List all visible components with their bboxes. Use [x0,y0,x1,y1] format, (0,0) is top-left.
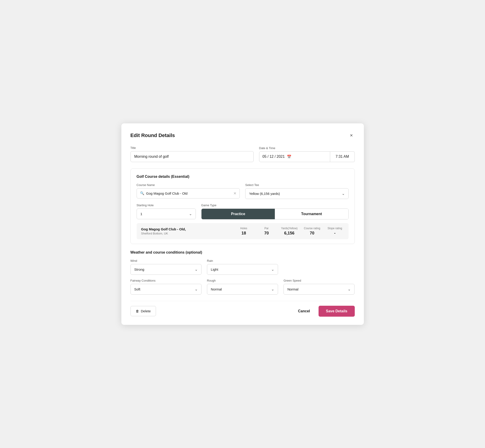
top-row: Title Date & Time 05 / 12 / 2021 📅 7:31 … [130,146,355,162]
starting-hole-value: 1 [140,212,142,216]
wind-rain-row: Wind Strong ⌄ Rain Light ⌄ [130,259,355,275]
starting-hole-label: Starting Hole [137,203,196,207]
wind-label: Wind [130,259,202,263]
weather-section: Weather and course conditions (optional)… [130,250,355,295]
golf-course-section: Golf Course details (Essential) Course N… [130,168,355,244]
yards-label: Yards(Yellow) [281,227,298,230]
search-icon: 🔍 [140,191,144,195]
select-tee-label: Select Tee [245,183,349,187]
course-rating-stat: Course rating 70 [303,227,321,236]
rough-field-group: Rough Normal ⌄ [207,279,278,295]
select-tee-dropdown[interactable]: Yellow (6,156 yards) ⌄ [245,188,349,199]
wind-value: Strong [134,267,144,271]
clear-icon[interactable]: ✕ [233,191,236,196]
course-par-stat: Par 70 [258,227,276,236]
slope-rating-value: - [334,231,336,236]
fairway-label: Fairway Conditions [130,279,202,282]
footer-right: Cancel Save Details [294,306,355,317]
title-input[interactable] [130,151,254,162]
delete-label: Delete [141,309,151,313]
par-label: Par [264,227,269,230]
spacer [283,259,355,275]
fairway-value: Soft [134,287,140,291]
rain-field-group: Rain Light ⌄ [207,259,278,275]
datetime-label: Date & Time [259,146,355,150]
edit-round-modal: Edit Round Details × Title Date & Time 0… [121,123,364,325]
green-speed-field-group: Green Speed Normal ⌄ [283,279,355,295]
conditions-row: Fairway Conditions Soft ⌄ Rough Normal ⌄… [130,279,355,295]
course-info-location: Shelford Bottom, UK [141,232,230,235]
chevron-down-icon: ⌄ [189,212,192,216]
slope-rating-label: Slope rating [327,227,342,230]
title-label: Title [130,146,254,150]
weather-section-title: Weather and course conditions (optional) [130,250,355,255]
green-speed-label: Green Speed [283,279,355,282]
calendar-icon: 📅 [287,155,291,159]
rough-dropdown[interactable]: Normal ⌄ [207,284,278,295]
chevron-down-icon: ⌄ [195,267,198,272]
tournament-button[interactable]: Tournament [275,209,348,219]
green-speed-dropdown[interactable]: Normal ⌄ [283,284,355,295]
chevron-down-icon: ⌄ [271,267,274,272]
rain-dropdown[interactable]: Light ⌄ [207,264,278,275]
course-rating-value: 70 [310,231,314,236]
modal-footer: 🗑 Delete Cancel Save Details [130,301,355,317]
chevron-down-icon: ⌄ [195,287,198,291]
delete-button[interactable]: 🗑 Delete [130,306,156,316]
slope-rating-stat: Slope rating - [326,227,344,236]
course-info-row: Gog Magog Golf Club - Old, Shelford Bott… [137,223,349,239]
fairway-dropdown[interactable]: Soft ⌄ [130,284,202,295]
wind-field-group: Wind Strong ⌄ [130,259,202,275]
starting-hole-game-type-row: Starting Hole 1 ⌄ Game Type Practice Tou… [137,203,349,219]
time-value: 7:31 AM [336,155,349,159]
game-type-group: Game Type Practice Tournament [201,203,349,219]
practice-button[interactable]: Practice [202,209,275,219]
course-info-name-block: Gog Magog Golf Club - Old, Shelford Bott… [141,227,230,235]
datetime-field-group: Date & Time 05 / 12 / 2021 📅 7:31 AM [259,146,355,162]
modal-header: Edit Round Details × [130,132,355,139]
game-type-label: Game Type [201,203,349,207]
course-holes-stat: Holes 18 [235,227,253,236]
course-name-label: Course Name [137,183,240,187]
course-tee-row: Course Name 🔍 Gog Magog Golf Club - Old … [137,183,349,199]
course-name-input[interactable]: 🔍 Gog Magog Golf Club - Old ✕ [137,188,240,199]
chevron-down-icon: ⌄ [271,287,274,291]
date-field[interactable]: 05 / 12 / 2021 📅 [259,151,330,162]
rain-label: Rain [207,259,278,263]
cancel-button[interactable]: Cancel [294,306,314,316]
modal-title: Edit Round Details [130,133,175,138]
chevron-down-icon: ⌄ [342,192,345,196]
select-tee-value: Yellow (6,156 yards) [249,192,280,196]
course-yards-stat: Yards(Yellow) 6,156 [280,227,299,236]
holes-value: 18 [241,231,246,236]
course-info-name: Gog Magog Golf Club - Old, [141,227,230,231]
title-field-group: Title [130,146,254,162]
date-value: 05 / 12 / 2021 [263,155,285,159]
fairway-field-group: Fairway Conditions Soft ⌄ [130,279,202,295]
green-speed-value: Normal [287,287,298,291]
yards-value: 6,156 [284,231,294,236]
trash-icon: 🗑 [136,309,139,313]
game-type-toggle: Practice Tournament [201,208,349,219]
chevron-down-icon: ⌄ [348,287,351,291]
time-field[interactable]: 7:31 AM [330,151,355,162]
course-name-value: Gog Magog Golf Club - Old [146,192,232,195]
starting-hole-group: Starting Hole 1 ⌄ [137,203,196,219]
golf-section-title: Golf Course details (Essential) [137,175,349,179]
select-tee-group: Select Tee Yellow (6,156 yards) ⌄ [245,183,349,199]
course-name-group: Course Name 🔍 Gog Magog Golf Club - Old … [137,183,240,199]
par-value: 70 [264,231,269,236]
starting-hole-dropdown[interactable]: 1 ⌄ [137,208,196,219]
save-button[interactable]: Save Details [319,306,355,317]
close-button[interactable]: × [348,132,355,139]
rough-value: Normal [211,287,222,291]
rain-value: Light [211,267,218,271]
course-rating-label: Course rating [304,227,320,230]
wind-dropdown[interactable]: Strong ⌄ [130,264,202,275]
rough-label: Rough [207,279,278,282]
holes-label: Holes [240,227,247,230]
datetime-row: 05 / 12 / 2021 📅 7:31 AM [259,151,355,162]
